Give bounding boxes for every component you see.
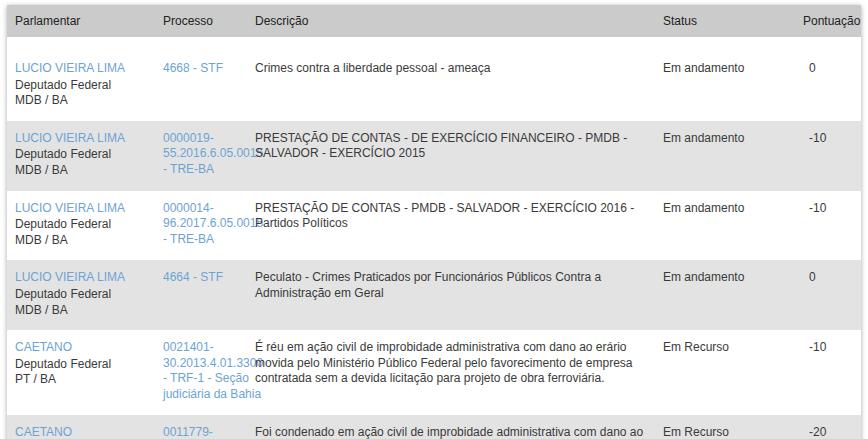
descricao-text: PRESTAÇÃO DE CONTAS - PMDB - SALVADOR - … (247, 191, 655, 261)
processo-link[interactable]: 4668 - STF (163, 61, 223, 77)
processo-link[interactable]: 0000019-55.2016.6.05.0015 - TRE-BA (163, 131, 263, 178)
processo-link[interactable]: 4664 - STF (163, 270, 223, 286)
parlamentar-cell: LUCIO VIEIRA LIMA Deputado Federal MDB /… (7, 121, 155, 191)
parlamentar-role: Deputado Federal (15, 287, 145, 303)
parlamentar-link[interactable]: LUCIO VIEIRA LIMA (15, 270, 145, 286)
processo-cell: 0011779-73.2007.8.05.0039 - TJ - BA - Co… (155, 415, 247, 439)
table-header: Parlamentar Processo Descrição Status Po… (7, 5, 861, 37)
descricao-text: Crimes contra a liberdade pessoal - amea… (247, 37, 655, 121)
pontuacao-value: -10 (795, 330, 861, 414)
column-header-descricao: Descrição (247, 5, 655, 37)
parlamentar-link[interactable]: CAETANO (15, 425, 145, 439)
processo-cell: 4664 - STF (155, 260, 247, 330)
parlamentar-role: Deputado Federal (15, 357, 145, 373)
descricao-text: Foi condenado em ação civil de improbida… (247, 415, 655, 439)
processo-link[interactable]: 0021401-30.2013.4.01.3300 - TRF-1 - Seçã… (163, 340, 263, 402)
parlamentar-party: PT / BA (15, 372, 145, 388)
table-row: CAETANO Deputado Federal PT / BA 0011779… (7, 415, 861, 439)
pontuacao-value: -10 (795, 191, 861, 261)
status-text: Em andamento (655, 121, 795, 191)
table-row: LUCIO VIEIRA LIMA Deputado Federal MDB /… (7, 260, 861, 330)
processes-table: Parlamentar Processo Descrição Status Po… (7, 5, 861, 439)
pontuacao-value: -10 (795, 121, 861, 191)
table-row: LUCIO VIEIRA LIMA Deputado Federal MDB /… (7, 37, 861, 121)
processo-link[interactable]: 0011779-73.2007.8.05.0039 - TJ - BA - Co… (163, 425, 263, 439)
processes-panel: Parlamentar Processo Descrição Status Po… (7, 5, 861, 439)
parlamentar-link[interactable]: LUCIO VIEIRA LIMA (15, 201, 145, 217)
descricao-text: Peculato - Crimes Praticados por Funcion… (247, 260, 655, 330)
table-body: LUCIO VIEIRA LIMA Deputado Federal MDB /… (7, 37, 861, 439)
pontuacao-value: -20 (795, 415, 861, 439)
descricao-text: PRESTAÇÃO DE CONTAS - DE EXERCÍCIO FINAN… (247, 121, 655, 191)
parlamentar-cell: LUCIO VIEIRA LIMA Deputado Federal MDB /… (7, 191, 155, 261)
processo-link[interactable]: 0000014-96.2017.6.05.0015 - TRE-BA (163, 201, 263, 248)
column-header-pontuacao: Pontuação (795, 5, 861, 37)
pontuacao-value: 0 (795, 37, 861, 121)
parlamentar-cell: CAETANO Deputado Federal PT / BA (7, 415, 155, 439)
status-text: Em andamento (655, 37, 795, 121)
parlamentar-role: Deputado Federal (15, 217, 145, 233)
parlamentar-party: MDB / BA (15, 163, 145, 179)
parlamentar-party: MDB / BA (15, 233, 145, 249)
processo-cell: 0000014-96.2017.6.05.0015 - TRE-BA (155, 191, 247, 261)
table-row: LUCIO VIEIRA LIMA Deputado Federal MDB /… (7, 191, 861, 261)
pontuacao-value: 0 (795, 260, 861, 330)
parlamentar-link[interactable]: LUCIO VIEIRA LIMA (15, 131, 145, 147)
table-row: CAETANO Deputado Federal PT / BA 0021401… (7, 330, 861, 414)
status-text: Em Recurso (655, 330, 795, 414)
parlamentar-role: Deputado Federal (15, 147, 145, 163)
column-header-processo: Processo (155, 5, 247, 37)
parlamentar-link[interactable]: CAETANO (15, 340, 145, 356)
page: Parlamentar Processo Descrição Status Po… (0, 0, 868, 439)
parlamentar-cell: LUCIO VIEIRA LIMA Deputado Federal MDB /… (7, 260, 155, 330)
parlamentar-cell: LUCIO VIEIRA LIMA Deputado Federal MDB /… (7, 37, 155, 121)
status-text: Em andamento (655, 191, 795, 261)
status-text: Em andamento (655, 260, 795, 330)
table-row: LUCIO VIEIRA LIMA Deputado Federal MDB /… (7, 121, 861, 191)
parlamentar-party: MDB / BA (15, 93, 145, 109)
status-text: Em Recurso (655, 415, 795, 439)
column-header-parlamentar: Parlamentar (7, 5, 155, 37)
descricao-text: É réu em ação civil de improbidade admin… (247, 330, 655, 414)
processo-cell: 0000019-55.2016.6.05.0015 - TRE-BA (155, 121, 247, 191)
column-header-status: Status (655, 5, 795, 37)
processo-cell: 4668 - STF (155, 37, 247, 121)
processo-cell: 0021401-30.2013.4.01.3300 - TRF-1 - Seçã… (155, 330, 247, 414)
parlamentar-cell: CAETANO Deputado Federal PT / BA (7, 330, 155, 414)
parlamentar-role: Deputado Federal (15, 78, 145, 94)
parlamentar-party: MDB / BA (15, 303, 145, 319)
parlamentar-link[interactable]: LUCIO VIEIRA LIMA (15, 61, 145, 77)
